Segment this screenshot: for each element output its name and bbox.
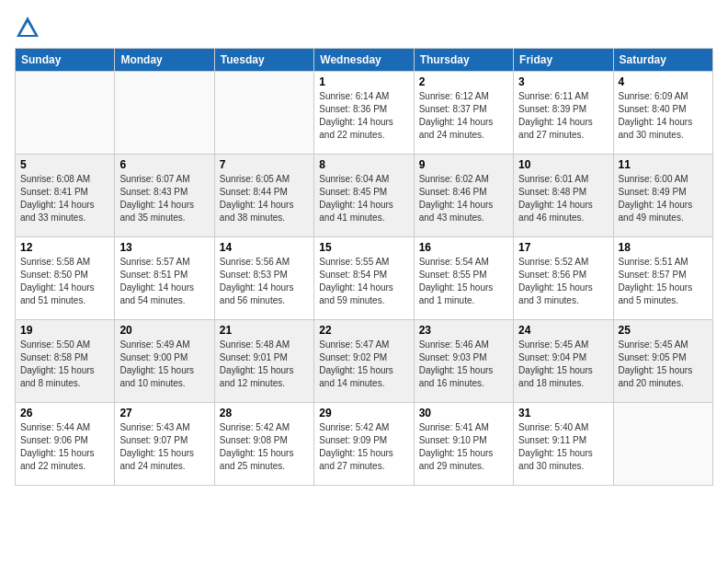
calendar-cell: 30Sunrise: 5:41 AM Sunset: 9:10 PM Dayli…	[414, 403, 513, 486]
day-number: 6	[119, 158, 209, 171]
page-header	[15, 15, 713, 40]
calendar-cell: 19Sunrise: 5:50 AM Sunset: 8:58 PM Dayli…	[16, 320, 115, 403]
calendar-cell: 26Sunrise: 5:44 AM Sunset: 9:06 PM Dayli…	[16, 403, 115, 486]
day-number: 21	[220, 324, 309, 337]
calendar-cell: 27Sunrise: 5:43 AM Sunset: 9:07 PM Dayli…	[115, 403, 214, 486]
calendar-cell: 13Sunrise: 5:57 AM Sunset: 8:51 PM Dayli…	[115, 237, 214, 320]
weekday-header-wednesday: Wednesday	[314, 49, 414, 72]
logo	[15, 15, 44, 40]
day-number: 25	[619, 324, 708, 337]
day-info: Sunrise: 5:48 AM Sunset: 9:01 PM Dayligh…	[220, 339, 309, 390]
day-info: Sunrise: 5:44 AM Sunset: 9:06 PM Dayligh…	[20, 421, 109, 473]
day-number: 12	[20, 241, 109, 254]
calendar-week-3: 12Sunrise: 5:58 AM Sunset: 8:50 PM Dayli…	[16, 237, 713, 320]
day-number: 9	[419, 158, 508, 171]
calendar-cell: 14Sunrise: 5:56 AM Sunset: 8:53 PM Dayli…	[214, 237, 313, 320]
calendar-table: SundayMondayTuesdayWednesdayThursdayFrid…	[15, 48, 713, 486]
weekday-header-tuesday: Tuesday	[214, 49, 313, 72]
day-number: 31	[518, 407, 608, 419]
day-number: 3	[518, 75, 608, 88]
weekday-header-thursday: Thursday	[414, 49, 513, 72]
day-info: Sunrise: 5:42 AM Sunset: 9:09 PM Dayligh…	[319, 421, 408, 473]
calendar-week-1: 1Sunrise: 6:14 AM Sunset: 8:36 PM Daylig…	[16, 72, 713, 155]
calendar-cell: 8Sunrise: 6:04 AM Sunset: 8:45 PM Daylig…	[314, 155, 414, 237]
calendar-cell: 15Sunrise: 5:55 AM Sunset: 8:54 PM Dayli…	[314, 237, 414, 320]
day-number: 13	[119, 241, 209, 254]
day-info: Sunrise: 5:50 AM Sunset: 8:58 PM Dayligh…	[20, 339, 109, 390]
day-info: Sunrise: 5:56 AM Sunset: 8:53 PM Dayligh…	[220, 256, 309, 307]
day-info: Sunrise: 6:07 AM Sunset: 8:43 PM Dayligh…	[119, 173, 209, 224]
day-info: Sunrise: 5:45 AM Sunset: 9:04 PM Dayligh…	[518, 339, 608, 390]
calendar-cell: 25Sunrise: 5:45 AM Sunset: 9:05 PM Dayli…	[613, 320, 712, 403]
day-number: 18	[619, 241, 708, 254]
day-info: Sunrise: 6:05 AM Sunset: 8:44 PM Dayligh…	[220, 173, 309, 224]
day-number: 16	[419, 241, 508, 254]
day-number: 4	[619, 75, 708, 88]
day-info: Sunrise: 6:12 AM Sunset: 8:37 PM Dayligh…	[419, 90, 508, 142]
calendar-cell: 11Sunrise: 6:00 AM Sunset: 8:49 PM Dayli…	[613, 155, 712, 237]
day-number: 22	[319, 324, 408, 337]
day-info: Sunrise: 5:47 AM Sunset: 9:02 PM Dayligh…	[319, 339, 408, 390]
weekday-header-row: SundayMondayTuesdayWednesdayThursdayFrid…	[16, 49, 713, 72]
calendar-cell: 3Sunrise: 6:11 AM Sunset: 8:39 PM Daylig…	[514, 72, 613, 155]
calendar-cell: 21Sunrise: 5:48 AM Sunset: 9:01 PM Dayli…	[214, 320, 313, 403]
day-info: Sunrise: 5:51 AM Sunset: 8:57 PM Dayligh…	[619, 256, 708, 307]
day-info: Sunrise: 6:01 AM Sunset: 8:48 PM Dayligh…	[518, 173, 608, 224]
day-number: 27	[119, 407, 209, 419]
day-info: Sunrise: 5:55 AM Sunset: 8:54 PM Dayligh…	[319, 256, 408, 307]
day-info: Sunrise: 5:57 AM Sunset: 8:51 PM Dayligh…	[119, 256, 209, 307]
calendar-cell: 29Sunrise: 5:42 AM Sunset: 9:09 PM Dayli…	[314, 403, 414, 486]
calendar-cell	[115, 72, 214, 155]
day-info: Sunrise: 6:04 AM Sunset: 8:45 PM Dayligh…	[319, 173, 408, 224]
weekday-header-friday: Friday	[514, 49, 613, 72]
day-number: 20	[119, 324, 209, 337]
calendar-cell: 16Sunrise: 5:54 AM Sunset: 8:55 PM Dayli…	[414, 237, 513, 320]
weekday-header-sunday: Sunday	[16, 49, 115, 72]
day-number: 30	[419, 407, 508, 419]
day-number: 29	[319, 407, 408, 419]
weekday-header-monday: Monday	[115, 49, 214, 72]
calendar-cell: 2Sunrise: 6:12 AM Sunset: 8:37 PM Daylig…	[414, 72, 513, 155]
day-info: Sunrise: 6:11 AM Sunset: 8:39 PM Dayligh…	[518, 90, 608, 142]
day-info: Sunrise: 6:02 AM Sunset: 8:46 PM Dayligh…	[419, 173, 508, 224]
calendar-cell: 20Sunrise: 5:49 AM Sunset: 9:00 PM Dayli…	[115, 320, 214, 403]
calendar-cell: 12Sunrise: 5:58 AM Sunset: 8:50 PM Dayli…	[16, 237, 115, 320]
day-number: 14	[220, 241, 309, 254]
day-info: Sunrise: 6:00 AM Sunset: 8:49 PM Dayligh…	[619, 173, 708, 224]
day-info: Sunrise: 6:14 AM Sunset: 8:36 PM Dayligh…	[319, 90, 408, 142]
day-info: Sunrise: 6:08 AM Sunset: 8:41 PM Dayligh…	[20, 173, 109, 224]
calendar-cell: 28Sunrise: 5:42 AM Sunset: 9:08 PM Dayli…	[214, 403, 313, 486]
day-number: 5	[20, 158, 109, 171]
logo-icon	[15, 15, 40, 40]
calendar-week-2: 5Sunrise: 6:08 AM Sunset: 8:41 PM Daylig…	[16, 155, 713, 237]
day-number: 10	[518, 158, 608, 171]
day-number: 19	[20, 324, 109, 337]
calendar-cell: 24Sunrise: 5:45 AM Sunset: 9:04 PM Dayli…	[514, 320, 613, 403]
calendar-cell: 23Sunrise: 5:46 AM Sunset: 9:03 PM Dayli…	[414, 320, 513, 403]
calendar-week-4: 19Sunrise: 5:50 AM Sunset: 8:58 PM Dayli…	[16, 320, 713, 403]
day-info: Sunrise: 5:45 AM Sunset: 9:05 PM Dayligh…	[619, 339, 708, 390]
calendar-cell	[613, 403, 712, 486]
day-number: 28	[220, 407, 309, 419]
day-info: Sunrise: 5:46 AM Sunset: 9:03 PM Dayligh…	[419, 339, 508, 390]
day-number: 24	[518, 324, 608, 337]
calendar-cell: 22Sunrise: 5:47 AM Sunset: 9:02 PM Dayli…	[314, 320, 414, 403]
calendar-cell	[214, 72, 313, 155]
day-info: Sunrise: 5:52 AM Sunset: 8:56 PM Dayligh…	[518, 256, 608, 307]
calendar-cell: 5Sunrise: 6:08 AM Sunset: 8:41 PM Daylig…	[16, 155, 115, 237]
weekday-header-saturday: Saturday	[613, 49, 712, 72]
day-number: 2	[419, 75, 508, 88]
day-number: 11	[619, 158, 708, 171]
calendar-cell: 6Sunrise: 6:07 AM Sunset: 8:43 PM Daylig…	[115, 155, 214, 237]
day-info: Sunrise: 5:49 AM Sunset: 9:00 PM Dayligh…	[119, 339, 209, 390]
day-number: 23	[419, 324, 508, 337]
day-number: 7	[220, 158, 309, 171]
day-number: 17	[518, 241, 608, 254]
day-info: Sunrise: 5:41 AM Sunset: 9:10 PM Dayligh…	[419, 421, 508, 473]
day-info: Sunrise: 6:09 AM Sunset: 8:40 PM Dayligh…	[619, 90, 708, 142]
calendar-cell: 1Sunrise: 6:14 AM Sunset: 8:36 PM Daylig…	[314, 72, 414, 155]
day-info: Sunrise: 5:40 AM Sunset: 9:11 PM Dayligh…	[518, 421, 608, 473]
day-info: Sunrise: 5:43 AM Sunset: 9:07 PM Dayligh…	[119, 421, 209, 473]
calendar-week-5: 26Sunrise: 5:44 AM Sunset: 9:06 PM Dayli…	[16, 403, 713, 486]
calendar-cell: 4Sunrise: 6:09 AM Sunset: 8:40 PM Daylig…	[613, 72, 712, 155]
